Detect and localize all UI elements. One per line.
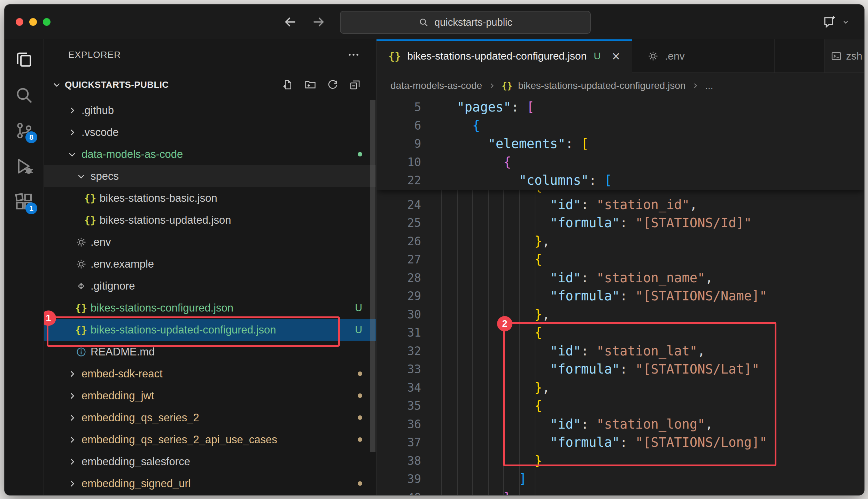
line-number: 32	[377, 342, 421, 361]
tree-item-embedding-signed-url[interactable]: embedding_signed_url	[44, 473, 376, 494]
tab-label: .env	[665, 50, 685, 62]
new-folder-button[interactable]	[304, 79, 316, 91]
workspace-search-label: quickstarts-public	[434, 17, 512, 28]
tree-item-embedding-salesforce[interactable]: embedding_salesforce	[44, 451, 376, 473]
tree-item-embed-sdk-react[interactable]: embed-sdk-react	[44, 363, 376, 385]
activity-badge: 1	[25, 202, 37, 214]
collapse-all-button[interactable]	[349, 79, 361, 91]
tree-item-env[interactable]: .env	[44, 231, 376, 253]
close-window-button[interactable]	[16, 18, 23, 26]
annotation-box-1: 1	[47, 316, 340, 347]
line-number: 38	[377, 452, 421, 470]
line-number: 27	[377, 251, 421, 269]
gear-icon	[648, 51, 659, 62]
editor-area: {}bikes-stations-updated-configured.json…	[377, 39, 864, 495]
back-button[interactable]	[283, 15, 297, 29]
chat-sparkle-icon[interactable]	[822, 15, 837, 29]
gear-file-icon	[73, 234, 89, 250]
code-line-10: 10 {	[377, 153, 864, 172]
history-nav	[283, 5, 326, 39]
line-number: 33	[377, 360, 421, 379]
tree-item-embedding-qs-series-2[interactable]: embedding_qs_series_2	[44, 407, 376, 429]
code-editor[interactable]: 23 {24 "id": "station_id",25 "formula": …	[377, 98, 864, 495]
refresh-button[interactable]	[327, 79, 339, 91]
annotation-box-2: 2	[503, 322, 776, 466]
code-line-9: 9 "elements": [	[377, 135, 864, 153]
breadcrumb-item[interactable]: ...	[705, 80, 713, 91]
workspace-name: QUICKSTARTS-PUBLIC	[65, 79, 169, 90]
zoom-window-button[interactable]	[43, 18, 51, 26]
annotation-marker-2: 2	[497, 316, 512, 331]
chevron-right-icon	[64, 432, 80, 448]
search-icon	[14, 85, 34, 105]
folder-name: .vscode	[82, 126, 119, 139]
code-line-26: 26 },	[377, 232, 864, 251]
tree-item-embedding-qs-series-2-api-use-cases[interactable]: embedding_qs_series_2_api_use_cases	[44, 429, 376, 451]
tree-item-bikes-stations-basic-json[interactable]: {}bikes-stations-basic.json	[44, 187, 376, 209]
line-number: 6	[377, 117, 421, 135]
chevron-right-icon	[64, 366, 80, 382]
folder-name: embedding_qs_series_2_api_use_cases	[82, 433, 277, 446]
tab-label: bikes-stations-updated-configured.json	[407, 50, 587, 62]
breadcrumb-item[interactable]: data-models-as-code	[390, 80, 482, 91]
sidebar-scrollbar[interactable]	[370, 100, 375, 452]
modified-dot	[358, 415, 362, 420]
workbench: 81 EXPLORER QUICKSTARTS-PUBLIC	[5, 39, 864, 495]
file-tree: .github.vscodedata-models-as-codespecs{}…	[44, 99, 376, 494]
line-number: 22	[377, 171, 421, 190]
folder-name: .github	[82, 104, 114, 117]
minimize-window-button[interactable]	[29, 18, 37, 26]
forward-button[interactable]	[312, 15, 326, 29]
folder-name: embedding_jwt	[82, 390, 154, 402]
code-line-6: 6 {	[377, 117, 864, 135]
command-center[interactable]: quickstarts-public	[340, 11, 591, 34]
activity-item-extensions[interactable]: 1	[14, 192, 34, 212]
activity-item-search[interactable]	[14, 85, 34, 105]
tree-item-gitignore[interactable]: .gitignore	[44, 275, 376, 297]
chevron-down-icon[interactable]	[841, 17, 850, 26]
tab-env[interactable]: .env	[632, 39, 775, 72]
close-tab-button[interactable]: ×	[612, 49, 620, 63]
chevron-right-icon	[64, 476, 80, 492]
tab-zsh[interactable]: zsh	[824, 39, 864, 72]
sticky-scroll: 5 "pages": [6 {9 "elements": [10 {22 "co…	[377, 98, 864, 190]
tab-label: zsh	[846, 50, 862, 62]
tree-item-github[interactable]: .github	[44, 99, 376, 121]
more-actions-button[interactable]	[347, 48, 360, 61]
line-number: 29	[377, 287, 421, 306]
tree-item-embedding-jwt[interactable]: embedding_jwt	[44, 385, 376, 407]
modified-dot	[358, 371, 362, 376]
vscode-window: quickstarts-public 81 EXPLORER	[4, 4, 865, 496]
folder-name: data-models-as-code	[82, 148, 183, 161]
search-icon	[418, 17, 429, 28]
code-line-30: 30 },	[377, 306, 864, 324]
tree-item-env-example[interactable]: .env.example	[44, 253, 376, 275]
section-actions	[282, 79, 361, 91]
chevron-right-icon	[64, 388, 80, 404]
activity-item-explorer[interactable]	[14, 50, 34, 69]
activity-item-run-debug[interactable]	[14, 156, 34, 176]
code-line-22: 22 "columns": [	[377, 171, 864, 190]
line-number: 40	[377, 489, 421, 496]
breadcrumb-item[interactable]: bikes-stations-updated-configured.json	[518, 80, 685, 91]
tree-item-vscode[interactable]: .vscode	[44, 121, 376, 143]
file-name: bikes-stations-updated.json	[100, 214, 231, 227]
json-file-icon: {}	[82, 190, 98, 206]
tree-item-bikes-stations-configured-json[interactable]: {}bikes-stations-configured.jsonU	[44, 297, 376, 319]
tab-bar: {}bikes-stations-updated-configured.json…	[377, 39, 864, 73]
tree-item-bikes-stations-updated-json[interactable]: {}bikes-stations-updated.json	[44, 209, 376, 231]
tree-item-specs[interactable]: specs	[44, 165, 376, 187]
file-name: .gitignore	[91, 280, 135, 292]
new-file-button[interactable]	[282, 79, 294, 91]
tree-item-data-models-as-code[interactable]: data-models-as-code	[44, 143, 376, 165]
modified-dot	[358, 152, 362, 156]
line-number: 5	[377, 98, 421, 117]
json-file-icon: {}	[73, 300, 89, 316]
terminal-icon	[831, 51, 842, 62]
code-line-25: 25 "formula": "[STATIONS/Id]"	[377, 214, 864, 232]
workspace-section-header[interactable]: QUICKSTARTS-PUBLIC	[44, 70, 376, 99]
tab-bikes-stations-updated-configured-json[interactable]: {}bikes-stations-updated-configured.json…	[377, 39, 632, 73]
line-number: 31	[377, 324, 421, 342]
file-name: .env.example	[91, 258, 154, 270]
activity-item-source-control[interactable]: 8	[14, 121, 34, 140]
